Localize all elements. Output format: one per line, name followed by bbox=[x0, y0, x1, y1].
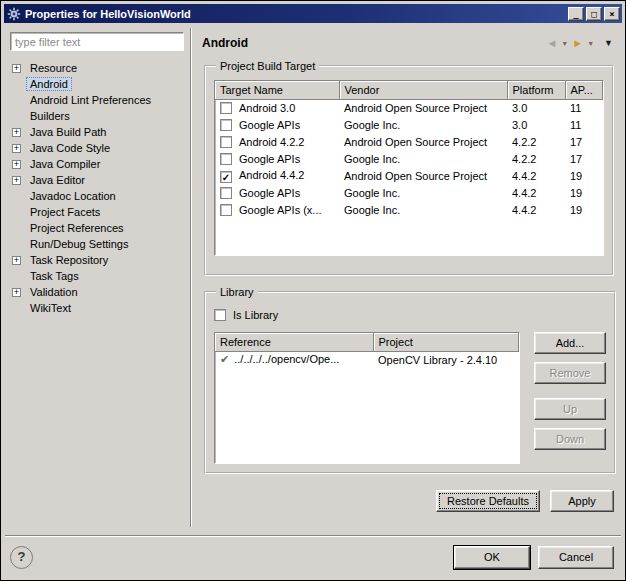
back-icon[interactable]: ◄ bbox=[545, 38, 558, 49]
sidebar-item-label: Javadoc Location bbox=[26, 189, 120, 203]
sidebar-item-java-editor[interactable]: +Java Editor bbox=[10, 172, 184, 188]
target-checkbox[interactable] bbox=[220, 187, 232, 199]
target-vendor: Android Open Source Project bbox=[339, 167, 507, 184]
ok-button[interactable]: OK bbox=[454, 546, 530, 569]
sidebar-item-task-repository[interactable]: +Task Repository bbox=[10, 252, 184, 268]
tree-expand-icon[interactable]: + bbox=[12, 64, 21, 73]
target-checkbox[interactable] bbox=[220, 119, 232, 131]
dialog-footer: ? OK Cancel bbox=[4, 537, 622, 577]
target-name: Google APIs (x... bbox=[239, 204, 322, 216]
target-platform: 4.4.2 bbox=[507, 167, 565, 184]
sidebar-item-resource[interactable]: +Resource bbox=[10, 60, 184, 76]
maximize-button[interactable]: □ bbox=[586, 7, 602, 21]
sidebar-item-validation[interactable]: +Validation bbox=[10, 284, 184, 300]
is-library-label: Is Library bbox=[233, 309, 278, 321]
library-table-box: Reference Project ✔../../../../opencv/Op… bbox=[214, 332, 520, 464]
sidebar-item-android-lint-preferences[interactable]: Android Lint Preferences bbox=[10, 92, 184, 108]
column-header-reference[interactable]: Reference bbox=[215, 333, 373, 351]
sidebar-item-label: Android Lint Preferences bbox=[26, 93, 155, 107]
tree-expand-icon[interactable]: + bbox=[12, 144, 21, 153]
target-api-level: 19 bbox=[565, 184, 603, 201]
target-checkbox[interactable] bbox=[220, 136, 232, 148]
sidebar-item-builders[interactable]: Builders bbox=[10, 108, 184, 124]
build-target-group-label: Project Build Target bbox=[216, 60, 319, 72]
target-row[interactable]: Google APIsGoogle Inc.3.011 bbox=[215, 116, 603, 133]
cancel-button[interactable]: Cancel bbox=[538, 546, 614, 569]
tree-expand-icon[interactable]: + bbox=[12, 256, 21, 265]
column-header-api-level[interactable]: AP... bbox=[565, 81, 603, 99]
build-target-table-box: Target Name Vendor Platform AP... Androi… bbox=[214, 80, 604, 256]
target-checkbox[interactable] bbox=[220, 102, 232, 114]
target-api-level: 11 bbox=[565, 99, 603, 116]
tree-expand-icon[interactable]: + bbox=[12, 176, 21, 185]
target-row[interactable]: Android 4.2.2Android Open Source Project… bbox=[215, 133, 603, 150]
target-vendor: Google Inc. bbox=[339, 150, 507, 167]
library-row[interactable]: ✔../../../../opencv/Ope...OpenCV Library… bbox=[215, 351, 519, 368]
library-content: Reference Project ✔../../../../opencv/Op… bbox=[214, 332, 606, 464]
sidebar-item-wikitext[interactable]: WikiText bbox=[10, 300, 184, 316]
minimize-button[interactable]: _ bbox=[568, 7, 584, 21]
column-header-project[interactable]: Project bbox=[373, 333, 519, 351]
view-menu-icon[interactable]: ▼ bbox=[603, 38, 614, 49]
build-target-group: Project Build Target Target Name Vendor … bbox=[204, 60, 614, 276]
column-header-platform[interactable]: Platform bbox=[507, 81, 565, 99]
library-group: Library Is Library Reference Project bbox=[204, 286, 616, 474]
category-tree: +ResourceAndroidAndroid Lint Preferences… bbox=[10, 60, 184, 527]
target-api-level: 17 bbox=[565, 133, 603, 150]
close-button[interactable]: × bbox=[604, 7, 620, 21]
sidebar-item-task-tags[interactable]: Task Tags bbox=[10, 268, 184, 284]
apply-button[interactable]: Apply bbox=[550, 490, 614, 512]
down-button[interactable]: Down bbox=[534, 428, 606, 450]
footer-buttons: OK Cancel bbox=[454, 546, 614, 569]
column-header-target-name[interactable]: Target Name bbox=[215, 81, 339, 99]
sidebar-item-java-compiler[interactable]: +Java Compiler bbox=[10, 156, 184, 172]
column-header-vendor[interactable]: Vendor bbox=[339, 81, 507, 99]
target-name: Google APIs bbox=[239, 187, 300, 199]
dialog-body: +ResourceAndroidAndroid Lint Preferences… bbox=[4, 23, 622, 527]
up-button[interactable]: Up bbox=[534, 398, 606, 420]
target-checkbox[interactable]: ✓ bbox=[220, 171, 232, 183]
tree-expand-icon[interactable]: + bbox=[12, 288, 21, 297]
build-target-table: Target Name Vendor Platform AP... Androi… bbox=[215, 81, 603, 218]
sidebar-item-java-code-style[interactable]: +Java Code Style bbox=[10, 140, 184, 156]
target-platform: 3.0 bbox=[507, 116, 565, 133]
target-row[interactable]: Android 3.0Android Open Source Project3.… bbox=[215, 99, 603, 116]
sidebar-item-javadoc-location[interactable]: Javadoc Location bbox=[10, 188, 184, 204]
target-name: Android 4.4.2 bbox=[239, 169, 304, 181]
sidebar-item-label: Java Compiler bbox=[26, 157, 104, 171]
library-reference: ../../../../opencv/Ope... bbox=[234, 353, 339, 365]
filter-input[interactable] bbox=[10, 32, 184, 51]
help-button[interactable]: ? bbox=[10, 546, 33, 569]
sidebar-item-java-build-path[interactable]: +Java Build Path bbox=[10, 124, 184, 140]
target-checkbox[interactable] bbox=[220, 204, 232, 216]
forward-icon[interactable]: ► bbox=[571, 38, 584, 49]
properties-dialog: Properties for HelloVisionWorld _ □ × +R… bbox=[0, 0, 626, 581]
sidebar-item-label: Resource bbox=[26, 61, 81, 75]
sidebar-item-label: Android bbox=[26, 77, 72, 91]
library-valid-check-icon: ✔ bbox=[220, 353, 229, 365]
titlebar[interactable]: Properties for HelloVisionWorld _ □ × bbox=[4, 4, 622, 23]
library-project: OpenCV Library - 2.4.10 bbox=[373, 351, 519, 368]
sidebar-item-android[interactable]: Android bbox=[10, 76, 184, 92]
page-header: Android ◄ ▼ ► ▼ ▼ bbox=[202, 30, 614, 56]
forward-dropdown-icon[interactable]: ▼ bbox=[586, 38, 595, 49]
sidebar-item-run-debug-settings[interactable]: Run/Debug Settings bbox=[10, 236, 184, 252]
restore-defaults-button[interactable]: Restore Defaults bbox=[436, 490, 540, 512]
target-vendor: Android Open Source Project bbox=[339, 133, 507, 150]
target-platform: 4.2.2 bbox=[507, 133, 565, 150]
window-title: Properties for HelloVisionWorld bbox=[25, 8, 191, 20]
target-checkbox[interactable] bbox=[220, 153, 232, 165]
tree-expand-icon[interactable]: + bbox=[12, 128, 21, 137]
sidebar-item-project-facets[interactable]: Project Facets bbox=[10, 204, 184, 220]
target-row[interactable]: Google APIs (x...Google Inc.4.4.219 bbox=[215, 201, 603, 218]
tree-expand-icon[interactable]: + bbox=[12, 160, 21, 169]
remove-button[interactable]: Remove bbox=[534, 362, 606, 384]
back-dropdown-icon[interactable]: ▼ bbox=[560, 38, 569, 49]
target-row[interactable]: ✓Android 4.4.2Android Open Source Projec… bbox=[215, 167, 603, 184]
target-row[interactable]: Google APIsGoogle Inc.4.2.217 bbox=[215, 150, 603, 167]
is-library-checkbox[interactable] bbox=[214, 309, 226, 321]
sidebar-item-label: Project References bbox=[26, 221, 128, 235]
target-row[interactable]: Google APIsGoogle Inc.4.4.219 bbox=[215, 184, 603, 201]
sidebar-item-project-references[interactable]: Project References bbox=[10, 220, 184, 236]
add-button[interactable]: Add... bbox=[534, 332, 606, 354]
